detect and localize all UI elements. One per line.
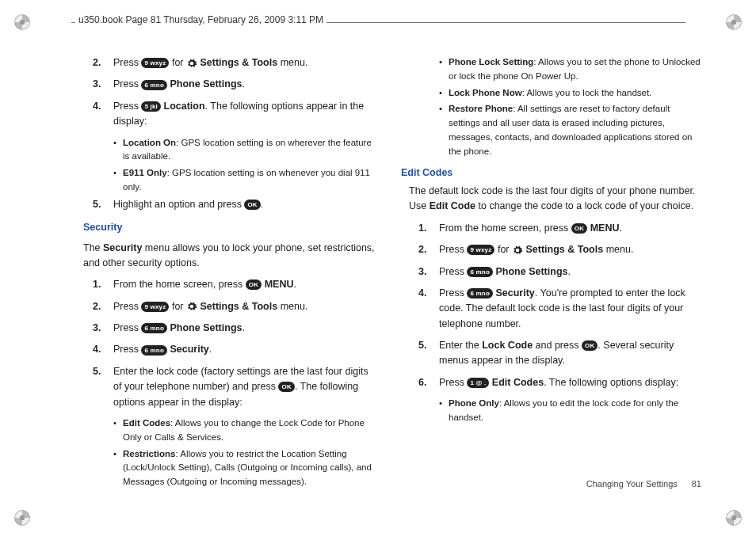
step-number: 1.: [418, 221, 426, 236]
phone-key-k9: 9 wxyz: [467, 245, 494, 255]
phone-key-k6: 6 mno: [141, 323, 167, 333]
sub-bullet: Lock Phone Now: Allows you to lock the h…: [439, 86, 701, 101]
sub-bullet: Edit Codes: Allows you to change the Loc…: [113, 416, 376, 445]
instruction-step: 4.Press 5 jkl Location. The following op…: [99, 99, 376, 130]
phone-key-k9: 9 wxyz: [141, 302, 169, 312]
instruction-step: 2.Press 9 wxyz for Settings & Tools menu…: [99, 299, 376, 314]
edit-codes-description: The default lock code is the last four d…: [409, 184, 701, 215]
step-number: 5.: [93, 197, 101, 212]
step-number: 2.: [93, 299, 101, 314]
step-number: 2.: [418, 242, 426, 257]
security-heading: Security: [83, 220, 376, 235]
step-number: 4.: [418, 286, 426, 301]
footer-section: Changing Your Settings: [586, 479, 678, 489]
phone-key-k6: 6 mno: [467, 267, 493, 277]
step-number: 3.: [93, 77, 101, 92]
phone-key-ok: OK: [244, 200, 260, 210]
instruction-step: 3.Press 6 mno Phone Settings.: [425, 264, 701, 280]
crop-mark-icon: [14, 510, 30, 526]
crop-mark-icon: [14, 14, 30, 30]
sub-bullet: Location On: GPS location setting is on …: [113, 136, 376, 165]
phone-key-k6: 6 mno: [141, 345, 167, 356]
sub-bullet: Phone Lock Setting: Allows you to set th…: [439, 55, 701, 84]
gear-icon: [186, 58, 197, 69]
step-number: 3.: [93, 321, 101, 336]
instruction-step: 3.Press 6 mno Phone Settings.: [99, 77, 376, 92]
step-number: 1.: [93, 277, 101, 292]
instruction-step: 3.Press 6 mno Phone Settings.: [99, 321, 376, 336]
phone-key-ok: OK: [571, 223, 587, 234]
phone-key-ok: OK: [582, 340, 598, 351]
instruction-step: 1.From the home screen, press OK MENU.: [425, 221, 701, 236]
instruction-step: 2.Press 9 wxyz for Settings & Tools menu…: [425, 242, 701, 257]
crop-marks-bottom: [0, 507, 756, 529]
phone-key-k1: 1 @ .: [467, 378, 489, 388]
phone-key-k6: 6 mno: [141, 80, 167, 90]
sub-bullet: E911 Only: GPS location setting is on wh…: [113, 166, 376, 195]
step-number: 4.: [93, 99, 101, 114]
phone-key-k6: 6 mno: [467, 288, 493, 299]
instruction-step: 4.Press 6 mno Security. You're prompted …: [425, 286, 701, 332]
step-number: 5.: [418, 338, 426, 353]
gear-icon: [186, 301, 197, 312]
page-content: 2.Press 9 wxyz for Settings & Tools menu…: [75, 55, 701, 491]
step-number: 5.: [93, 364, 101, 379]
instruction-step: 5.Enter the lock code (factory settings …: [99, 364, 376, 410]
instruction-step: 2.Press 9 wxyz for Settings & Tools menu…: [99, 55, 376, 70]
gear-icon: [512, 245, 523, 256]
step-number: 6.: [418, 375, 426, 390]
sub-bullet: Restrictions: Allows you to restrict the…: [113, 447, 376, 489]
instruction-step: 6.Press 1 @ . Edit Codes. The following …: [425, 375, 701, 390]
step-number: 3.: [418, 264, 426, 280]
step-number: 2.: [93, 55, 101, 70]
page-footer: Changing Your Settings81: [586, 477, 701, 491]
sub-bullet: Phone Only: Allows you to edit the lock …: [439, 397, 701, 425]
page-header: u350.book Page 81 Thursday, February 26,…: [75, 14, 326, 25]
edit-codes-heading: Edit Codes: [401, 165, 701, 181]
crop-mark-icon: [726, 510, 742, 526]
sub-bullet: Restore Phone: All settings are reset to…: [439, 102, 701, 158]
step-number: 4.: [93, 342, 101, 357]
phone-key-k9: 9 wxyz: [141, 58, 169, 68]
instruction-step: 5.Highlight an option and press OK.: [99, 197, 376, 212]
footer-page-number: 81: [692, 479, 701, 489]
security-description: The Security menu allows you to lock you…: [83, 241, 376, 272]
instruction-step: 4.Press 6 mno Security.: [99, 342, 376, 357]
phone-key-ok: OK: [278, 382, 294, 392]
instruction-step: 1.From the home screen, press OK MENU.: [99, 277, 376, 292]
crop-mark-icon: [726, 14, 742, 30]
instruction-step: 5.Enter the Lock Code and press OK. Seve…: [425, 338, 701, 369]
phone-key-ok: OK: [246, 280, 262, 290]
phone-key-k5: 5 jkl: [141, 101, 161, 112]
